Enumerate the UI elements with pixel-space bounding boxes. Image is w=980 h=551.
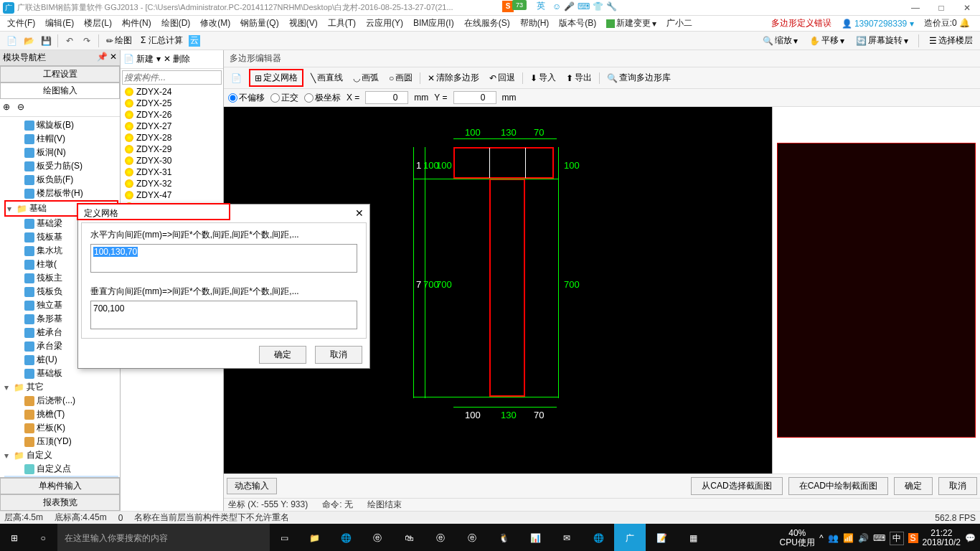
menu-bim[interactable]: BIM应用(I) (409, 16, 458, 31)
new-file-icon[interactable]: 📄 (4, 34, 19, 48)
list-item[interactable]: ZDYX-25 (121, 98, 223, 109)
cad-draw-button[interactable]: 在CAD中绘制截面图 (788, 477, 888, 495)
list-item[interactable]: ZDYX-32 (121, 178, 223, 189)
tray-sogou[interactable]: S (908, 533, 918, 543)
app-ggj[interactable]: 广 (614, 524, 646, 551)
pin-icon[interactable]: 📌 ✕ (97, 52, 117, 64)
maximize-button[interactable]: □ (931, 1, 951, 14)
app-excel[interactable]: 📊 (519, 524, 551, 551)
taskview-icon[interactable]: ▭ (270, 533, 298, 543)
draw-line-button[interactable]: ╲ 画直线 (308, 70, 346, 85)
tool-icon[interactable]: 🔧 (606, 1, 617, 11)
app-other[interactable]: ▦ (677, 524, 709, 551)
clear-polygon-button[interactable]: ✕ 清除多边形 (425, 70, 482, 85)
editor-new[interactable]: 📄 (228, 72, 245, 85)
list-item[interactable]: ZDYX-27 (121, 121, 223, 132)
tab-project-settings[interactable]: 工程设置 (0, 66, 120, 83)
menu-version[interactable]: 版本号(B) (555, 16, 600, 31)
list-item[interactable]: ZDYX-30 (121, 155, 223, 166)
app-chrome[interactable]: 🌐 (330, 524, 362, 551)
menu-help[interactable]: 帮助(H) (516, 16, 554, 31)
new-component-button[interactable]: 📄 新建 ▾ (123, 53, 161, 65)
tray-up-icon[interactable]: ^ (819, 533, 824, 543)
tray-notif-icon[interactable]: 💬 (965, 533, 976, 543)
close-button[interactable]: ✕ (957, 1, 977, 14)
tab-report-preview[interactable]: 报表预览 (0, 494, 120, 511)
dialog-close-button[interactable]: ✕ (355, 207, 364, 220)
menu-edit[interactable]: 编辑(E) (41, 16, 78, 31)
tree-item[interactable]: 栏板(K) (4, 421, 118, 435)
bean-label[interactable]: 造价豆:0 🔔 (924, 17, 970, 29)
dialog-ok-button[interactable]: 确定 (259, 346, 306, 364)
rotate-button[interactable]: 🔄 屏幕旋转 ▾ (853, 33, 911, 48)
save-icon[interactable]: 💾 (39, 34, 53, 48)
tray-net-icon[interactable]: 📶 (843, 533, 854, 543)
undo-button[interactable]: ↶ 回退 (486, 70, 518, 85)
x-input[interactable] (365, 91, 408, 104)
cpu-meter[interactable]: 40%CPU使用 (780, 529, 815, 547)
radio-polar[interactable]: 极坐标 (304, 92, 341, 104)
menu-tools[interactable]: 工具(T) (324, 16, 360, 31)
radio-ortho[interactable]: 正交 (270, 92, 298, 104)
menu-component[interactable]: 构件(N) (118, 16, 156, 31)
redo-icon[interactable]: ↷ (80, 34, 94, 48)
query-lib-button[interactable]: 🔍 查询多边形库 (604, 70, 674, 85)
draw-arc-button[interactable]: ◡ 画弧 (350, 70, 382, 85)
sum-button[interactable]: Σ 汇总计算 (138, 33, 186, 48)
tree-item[interactable]: 楼层板带(H) (4, 187, 118, 200)
app-note[interactable]: 📝 (646, 524, 677, 551)
undo-icon[interactable]: ↶ (62, 34, 77, 48)
app-store[interactable]: 🛍 (393, 524, 425, 551)
smile-icon[interactable]: ☺ (552, 1, 561, 11)
start-button[interactable]: ⊞ (0, 524, 29, 551)
import-button[interactable]: ⬇ 导入 (527, 70, 559, 85)
pan-button[interactable]: ✋ 平移 ▾ (806, 33, 847, 48)
app-explorer[interactable]: 📁 (298, 524, 330, 551)
tree-custom-group[interactable]: ▾📁 自定义 (4, 448, 118, 462)
menu-file[interactable]: 文件(F) (3, 16, 39, 31)
minimize-button[interactable]: — (905, 1, 925, 14)
ime-lang[interactable]: 英 (537, 0, 545, 12)
delete-component-button[interactable]: ✕ 删除 (164, 53, 190, 65)
collapse-icon[interactable]: ⊖ (17, 102, 29, 113)
new-change-button[interactable]: 新建变更 ▾ (602, 16, 661, 31)
open-file-icon[interactable]: 📂 (22, 34, 36, 48)
tree-item[interactable]: 后浇带(...) (4, 394, 118, 408)
menu-floor[interactable]: 楼层(L) (80, 16, 116, 31)
cad-select-button[interactable]: 从CAD选择截面图 (691, 477, 782, 495)
cancel-button[interactable]: 取消 (938, 477, 977, 495)
menu-rebar[interactable]: 钢筋量(Q) (236, 16, 283, 31)
list-item[interactable]: ZDYX-29 (121, 143, 223, 155)
tray-people-icon[interactable]: 👥 (828, 533, 839, 543)
skin-icon[interactable]: 👕 (593, 1, 603, 11)
ok-button[interactable]: 确定 (894, 477, 933, 495)
check-icon[interactable]: 云 (189, 35, 200, 47)
menu-view[interactable]: 视图(V) (285, 16, 322, 31)
tree-item[interactable]: 挑檐(T) (4, 408, 118, 421)
app-mail[interactable]: ✉ (551, 524, 583, 551)
draw-button[interactable]: ✏ 绘图 (103, 33, 135, 48)
app-ie[interactable]: ⓔ (425, 524, 456, 551)
horiz-input-value[interactable]: 100,130,70 (93, 247, 138, 257)
tree-item[interactable]: 板负筋(F) (4, 173, 118, 187)
expand-icon[interactable]: ⊕ (3, 102, 14, 113)
radio-no-offset[interactable]: 不偏移 (228, 92, 265, 104)
vert-input[interactable]: 700,100 (90, 301, 357, 329)
tab-draw-input[interactable]: 绘图输入 (0, 83, 120, 99)
user-label[interactable]: 广小二 (662, 16, 697, 31)
tray-vol-icon[interactable]: 🔊 (858, 533, 869, 543)
tray-ime[interactable]: 中 (890, 532, 904, 545)
list-item[interactable]: ZDYX-47 (121, 189, 223, 201)
menu-modify[interactable]: 修改(M) (196, 16, 235, 31)
app-ie2[interactable]: ⓔ (456, 524, 488, 551)
component-search-input[interactable] (122, 70, 222, 85)
kbd-icon[interactable]: ⌨ (578, 1, 590, 11)
list-item[interactable]: ZDYX-24 (121, 86, 223, 98)
mic-icon[interactable]: 🎤 (564, 1, 575, 11)
tree-item[interactable]: 压顶(YD) (4, 435, 118, 448)
menu-cloud[interactable]: 云应用(Y) (362, 16, 407, 31)
preview-canvas[interactable] (777, 143, 976, 438)
list-item[interactable]: ZDYX-31 (121, 166, 223, 178)
dynamic-input-button[interactable]: 动态输入 (227, 478, 277, 494)
tab-single-input[interactable]: 单构件输入 (0, 478, 120, 494)
